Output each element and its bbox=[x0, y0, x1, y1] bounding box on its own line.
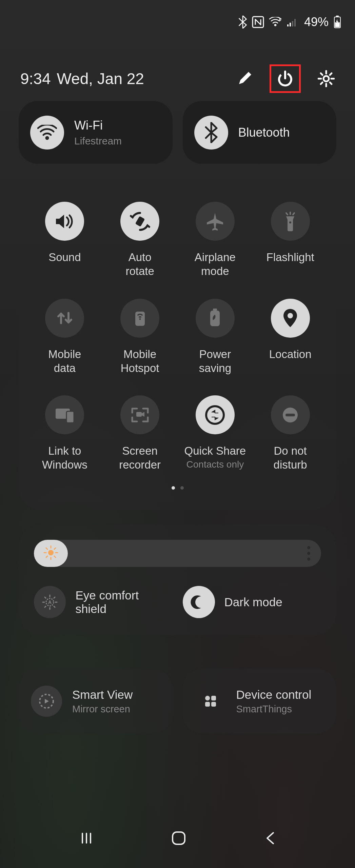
svg-point-24 bbox=[289, 221, 291, 223]
svg-rect-28 bbox=[213, 309, 217, 311]
svg-line-44 bbox=[54, 548, 56, 549]
svg-rect-27 bbox=[210, 311, 220, 326]
svg-line-16 bbox=[321, 73, 322, 75]
dark-mode-icon bbox=[183, 586, 215, 618]
airplane-mode-tile[interactable]: Airplanemode bbox=[179, 202, 251, 278]
dark-mode-tile[interactable]: Dark mode bbox=[183, 586, 321, 618]
svg-line-19 bbox=[330, 73, 332, 75]
nfc-status-icon bbox=[252, 16, 264, 28]
hotspot-icon bbox=[120, 299, 159, 338]
eye-comfort-icon: A bbox=[34, 586, 66, 618]
screen-recorder-icon bbox=[120, 395, 159, 434]
wifi-label: Wi-Fi bbox=[74, 118, 122, 133]
wifi-tile[interactable]: Wi-Fi Lifestream bbox=[19, 101, 173, 164]
svg-rect-35 bbox=[285, 414, 295, 416]
bluetooth-label: Bluetooth bbox=[238, 125, 290, 140]
device-control-sublabel: SmartThings bbox=[236, 704, 312, 715]
display-panel: A Eye comfort shield Dark mode bbox=[19, 525, 336, 635]
link-to-windows-tile[interactable]: Link toWindows bbox=[29, 395, 100, 472]
svg-point-36 bbox=[48, 550, 54, 555]
svg-text:A: A bbox=[48, 599, 52, 605]
svg-rect-3 bbox=[290, 23, 291, 26]
page-indicator[interactable] bbox=[29, 486, 326, 490]
brightness-slider[interactable] bbox=[34, 540, 321, 567]
power-saving-icon bbox=[196, 299, 235, 338]
location-icon bbox=[271, 299, 310, 338]
device-control-label: Device control bbox=[236, 688, 312, 702]
svg-point-56 bbox=[205, 696, 210, 701]
svg-line-22 bbox=[286, 213, 288, 215]
svg-point-26 bbox=[139, 318, 141, 320]
date: Wed, Jan 22 bbox=[57, 70, 144, 88]
bluetooth-tile[interactable]: Bluetooth bbox=[183, 101, 337, 164]
flashlight-icon bbox=[271, 202, 310, 241]
wifi-sublabel: Lifestream bbox=[74, 135, 122, 147]
status-bar: 6 49% bbox=[0, 0, 355, 44]
svg-line-17 bbox=[330, 82, 332, 84]
svg-line-18 bbox=[321, 82, 322, 84]
svg-line-41 bbox=[46, 548, 47, 549]
link-windows-icon bbox=[45, 395, 84, 434]
svg-rect-57 bbox=[211, 696, 216, 701]
smart-view-sublabel: Mirror screen bbox=[72, 704, 133, 715]
edit-icon[interactable] bbox=[236, 71, 253, 87]
smart-view-tile[interactable]: Smart View Mirror screen bbox=[19, 669, 173, 733]
power-button-highlight bbox=[270, 64, 301, 93]
svg-line-52 bbox=[54, 606, 55, 607]
sound-icon bbox=[45, 202, 84, 241]
clock[interactable]: 9:34 Wed, Jan 22 bbox=[20, 70, 144, 88]
svg-line-43 bbox=[46, 556, 47, 557]
svg-point-33 bbox=[206, 406, 224, 424]
svg-line-42 bbox=[54, 556, 56, 557]
eye-comfort-tile[interactable]: A Eye comfort shield bbox=[34, 586, 173, 618]
airplane-icon bbox=[196, 202, 235, 241]
wifi-status-icon: 6 bbox=[269, 17, 282, 27]
do-not-disturb-tile[interactable]: Do notdisturb bbox=[255, 395, 326, 472]
panel-header: 9:34 Wed, Jan 22 bbox=[20, 64, 335, 93]
brightness-sun-icon bbox=[43, 545, 59, 562]
svg-text:6: 6 bbox=[279, 18, 281, 22]
svg-line-54 bbox=[54, 597, 55, 598]
svg-rect-2 bbox=[287, 24, 289, 26]
svg-rect-20 bbox=[135, 216, 145, 227]
mobile-data-tile[interactable]: Mobiledata bbox=[29, 299, 100, 375]
bluetooth-status-icon bbox=[238, 16, 247, 28]
flashlight-tile[interactable]: Flashlight bbox=[255, 202, 326, 278]
device-control-icon bbox=[195, 686, 226, 717]
mobile-data-icon bbox=[45, 299, 84, 338]
svg-point-29 bbox=[288, 313, 293, 318]
power-icon[interactable] bbox=[276, 70, 294, 88]
signal-status-icon bbox=[287, 17, 297, 27]
eye-comfort-label: Eye comfort shield bbox=[75, 589, 172, 616]
navigation-bar bbox=[0, 825, 355, 852]
svg-rect-4 bbox=[292, 21, 293, 26]
svg-line-51 bbox=[45, 597, 46, 598]
battery-icon bbox=[333, 16, 341, 28]
power-saving-tile[interactable]: Powersaving bbox=[179, 299, 251, 375]
brightness-menu-icon[interactable] bbox=[307, 546, 310, 561]
smart-view-label: Smart View bbox=[72, 688, 133, 702]
svg-rect-7 bbox=[336, 16, 339, 17]
recents-button[interactable] bbox=[78, 830, 95, 846]
svg-rect-59 bbox=[211, 702, 216, 707]
svg-line-23 bbox=[293, 213, 294, 215]
svg-rect-5 bbox=[294, 19, 296, 26]
svg-line-53 bbox=[45, 606, 46, 607]
home-button[interactable] bbox=[170, 829, 188, 847]
dnd-icon bbox=[271, 395, 310, 434]
auto-rotate-tile[interactable]: Autorotate bbox=[104, 202, 176, 278]
device-control-tile[interactable]: Device control SmartThings bbox=[183, 669, 337, 733]
settings-icon[interactable] bbox=[318, 70, 335, 87]
wifi-icon bbox=[30, 116, 64, 150]
bluetooth-icon bbox=[194, 116, 228, 150]
smart-view-icon bbox=[31, 686, 62, 717]
dark-mode-label: Dark mode bbox=[224, 595, 282, 609]
location-tile[interactable]: Location bbox=[255, 299, 326, 375]
sound-tile[interactable]: Sound bbox=[29, 202, 100, 278]
time: 9:34 bbox=[20, 70, 51, 88]
quick-share-tile[interactable]: Quick ShareContacts only bbox=[179, 395, 251, 472]
mobile-hotspot-tile[interactable]: MobileHotspot bbox=[104, 299, 176, 375]
svg-rect-32 bbox=[136, 412, 142, 417]
screen-recorder-tile[interactable]: Screenrecorder bbox=[104, 395, 176, 472]
back-button[interactable] bbox=[263, 830, 277, 846]
